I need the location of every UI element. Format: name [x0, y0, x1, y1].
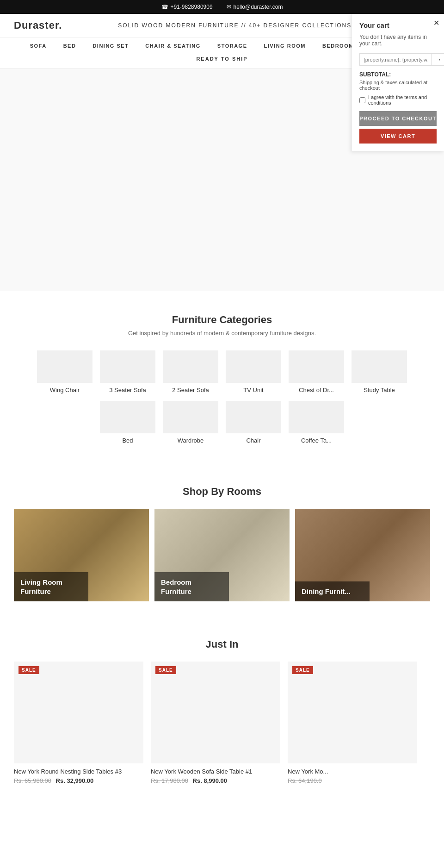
product-card-0[interactable]: SALE New York Round Nesting Side Tables … — [14, 662, 143, 784]
sale-badge-2: SALE — [292, 666, 313, 674]
category-label-tv-unit: TV Unit — [226, 387, 281, 393]
category-img-bed — [100, 401, 155, 433]
subtotal-label: SUBTOTAL: — [359, 71, 437, 78]
cart-title: Your cart — [359, 21, 437, 29]
sale-badge-1: SALE — [155, 666, 176, 674]
product-img-0: SALE — [14, 662, 143, 763]
category-3seater-sofa[interactable]: 3 Seater Sofa — [100, 350, 155, 393]
category-coffee-table[interactable]: Coffee Ta... — [289, 401, 344, 444]
category-label-2seater-sofa: 2 Seater Sofa — [163, 387, 218, 393]
sale-price-0: Rs. 32,990.00 — [56, 777, 94, 784]
sale-price-1: Rs. 8,990.00 — [193, 777, 227, 784]
category-label-wing-chair: Wing Chair — [37, 387, 92, 393]
view-cart-button[interactable]: VIEW CART — [359, 129, 437, 144]
category-label-chair: Chair — [226, 437, 281, 444]
room-card-bedroom[interactable]: Bedroom Furniture — [154, 509, 290, 601]
nav-item-storage[interactable]: STORAGE — [209, 37, 256, 54]
top-bar: ☎ +91-9828980909 ✉ hello@duraster.com — [0, 0, 444, 14]
categories-title: Furniture Categories — [14, 314, 430, 326]
original-price-0: Rs. 65,980.00 — [14, 777, 51, 784]
product-card-2[interactable]: SALE New York Mo... Rs. 64,190.0 — [288, 662, 417, 784]
close-icon[interactable]: ✕ — [433, 19, 439, 27]
category-label-3seater-sofa: 3 Seater Sofa — [100, 387, 155, 393]
category-img-chest-of-drawers — [289, 350, 344, 383]
rooms-grid: Living Room Furniture Bedroom Furniture … — [14, 509, 430, 601]
email-icon: ✉ — [227, 4, 231, 10]
category-label-wardrobe: Wardrobe — [163, 437, 218, 444]
product-prices-1: Rs. 17,980.00 Rs. 8,990.00 — [151, 777, 280, 784]
cart-empty-message: You don't have any items in your cart. — [359, 34, 437, 47]
category-img-study-table — [352, 350, 407, 383]
rooms-section: Shop By Rooms Living Room Furniture Bedr… — [0, 467, 444, 620]
terms-checkbox[interactable] — [359, 97, 365, 103]
email-info: ✉ hello@duraster.com — [227, 4, 283, 10]
category-img-coffee-table — [289, 401, 344, 433]
category-wing-chair[interactable]: Wing Chair — [37, 350, 92, 393]
category-wardrobe[interactable]: Wardrobe — [163, 401, 218, 444]
nav-item-chair-seating[interactable]: CHAIR & SEATING — [137, 37, 209, 54]
room-label-dining: Dining Furnit... — [295, 581, 370, 602]
room-label-bedroom: Bedroom Furniture — [154, 572, 229, 601]
category-img-chair — [226, 401, 281, 433]
nav-item-living-room[interactable]: LIVING ROOM — [256, 37, 314, 54]
category-img-3seater-sofa — [100, 350, 155, 383]
proceed-to-checkout-button[interactable]: PROCEED TO CHECKOUT — [359, 111, 437, 126]
category-grid: Wing Chair 3 Seater Sofa 2 Seater Sofa T… — [14, 350, 430, 444]
terms-row: I agree with the terms and conditions — [359, 94, 437, 106]
product-name-1: New York Wooden Sofa Side Table #1 — [151, 768, 280, 775]
sale-badge-0: SALE — [18, 666, 39, 674]
cart-dropdown: ✕ Your cart You don't have any items in … — [352, 14, 444, 151]
product-img-2: SALE — [288, 662, 417, 763]
categories-subtitle: Get inspired by hundreds of modern & con… — [14, 330, 430, 337]
product-prices-2: Rs. 64,190.0 — [288, 777, 417, 784]
category-label-bed: Bed — [100, 437, 155, 444]
nav-item-sofa[interactable]: SOFA — [22, 37, 55, 54]
product-card-1[interactable]: SALE New York Wooden Sofa Side Table #1 … — [151, 662, 280, 784]
categories-section: Furniture Categories Get inspired by hun… — [0, 291, 444, 467]
coupon-row: → — [359, 53, 437, 66]
coupon-input[interactable] — [359, 53, 432, 66]
category-label-coffee-table: Coffee Ta... — [289, 437, 344, 444]
original-price-2: Rs. 64,190.0 — [288, 777, 322, 784]
room-label-living-room: Living Room Furniture — [14, 572, 88, 601]
category-img-2seater-sofa — [163, 350, 218, 383]
category-img-tv-unit — [226, 350, 281, 383]
category-tv-unit[interactable]: TV Unit — [226, 350, 281, 393]
rooms-title: Shop By Rooms — [14, 486, 430, 498]
product-name-0: New York Round Nesting Side Tables #3 — [14, 768, 143, 775]
category-img-wardrobe — [163, 401, 218, 433]
just-in-section: Just In SALE New York Round Nesting Side… — [0, 620, 444, 803]
terms-label: I agree with the terms and conditions — [368, 94, 437, 106]
just-in-title: Just In — [14, 638, 430, 650]
logo[interactable]: Duraster. — [14, 19, 62, 31]
header: Duraster. SOLID WOOD MODERN FURNITURE //… — [0, 14, 444, 37]
category-chair[interactable]: Chair — [226, 401, 281, 444]
category-label-chest-of-drawers: Chest of Dr... — [289, 387, 344, 393]
coupon-submit-button[interactable]: → — [432, 53, 444, 66]
phone-info: ☎ +91-9828980909 — [161, 4, 213, 10]
nav-item-ready-to-ship[interactable]: READY TO SHIP — [191, 54, 252, 63]
category-2seater-sofa[interactable]: 2 Seater Sofa — [163, 350, 218, 393]
original-price-1: Rs. 17,980.00 — [151, 777, 188, 784]
nav-item-bed[interactable]: BED — [55, 37, 85, 54]
nav-item-dining-set[interactable]: DINING SET — [84, 37, 137, 54]
category-bed[interactable]: Bed — [100, 401, 155, 444]
phone-number: +91-9828980909 — [171, 4, 213, 10]
products-grid: SALE New York Round Nesting Side Tables … — [14, 662, 430, 784]
product-prices-0: Rs. 65,980.00 Rs. 32,990.00 — [14, 777, 143, 784]
category-img-wing-chair — [37, 350, 92, 383]
product-name-2: New York Mo... — [288, 768, 417, 775]
category-chest-of-drawers[interactable]: Chest of Dr... — [289, 350, 344, 393]
category-label-study-table: Study Table — [352, 387, 407, 393]
phone-icon: ☎ — [161, 4, 168, 10]
product-img-1: SALE — [151, 662, 280, 763]
room-card-living-room[interactable]: Living Room Furniture — [14, 509, 149, 601]
room-card-dining[interactable]: Dining Furnit... — [295, 509, 430, 601]
shipping-text: Shipping & taxes calculated at checkout — [359, 80, 437, 91]
category-study-table[interactable]: Study Table — [352, 350, 407, 393]
email-address: hello@duraster.com — [234, 4, 283, 10]
